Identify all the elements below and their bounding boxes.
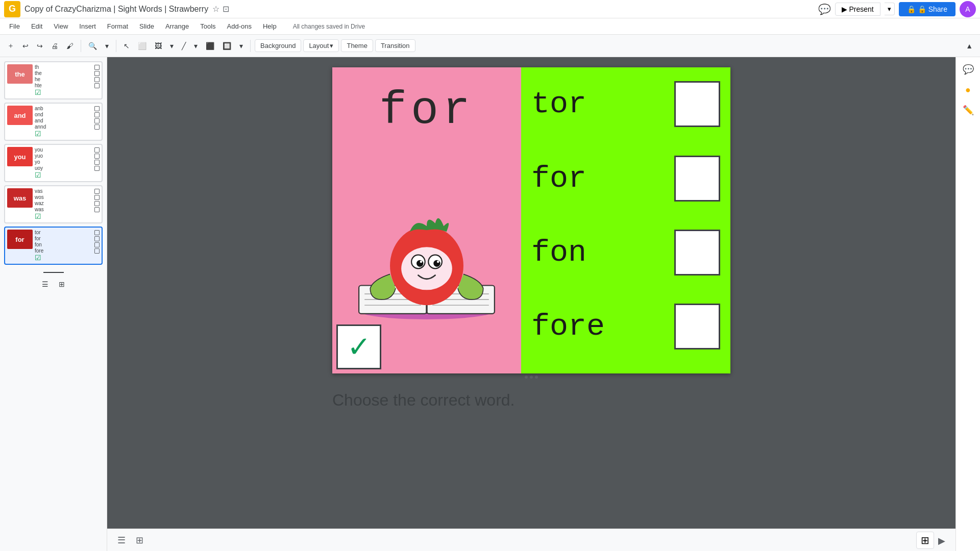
- answer-word-4: fore: [531, 309, 605, 344]
- thumb-options-4: vas wos waz was ☑: [35, 188, 100, 220]
- slide-canvas[interactable]: for: [332, 67, 730, 373]
- layout-dropdown-icon: ▾: [330, 42, 333, 49]
- menu-insert[interactable]: Insert: [74, 20, 101, 32]
- menu-tools[interactable]: Tools: [195, 20, 220, 32]
- svg-point-23: [437, 261, 439, 263]
- star-icon[interactable]: ☆: [212, 4, 219, 14]
- comment-button[interactable]: 💬: [818, 3, 831, 15]
- list-view-btn[interactable]: ☰: [115, 533, 128, 548]
- slide-panel-divider: [43, 272, 64, 273]
- slide-panel: 1 the th the he hte ☑ 2 and: [0, 57, 107, 551]
- text-box-button[interactable]: ⬛: [203, 40, 217, 52]
- view-toggle: ☰ ⊞: [4, 278, 103, 290]
- answer-checkbox-4[interactable]: [674, 304, 720, 349]
- undo-button[interactable]: ↩: [19, 40, 32, 52]
- add-to-present-button[interactable]: ⊞: [916, 532, 934, 549]
- edit-panel-button[interactable]: ✏️: [960, 102, 976, 118]
- comments-panel-button[interactable]: 💬: [960, 61, 976, 78]
- title-icons: ☆ ⊡: [212, 4, 229, 14]
- answer-checkbox-1[interactable]: [674, 81, 720, 127]
- menu-arrange[interactable]: Arrange: [160, 20, 194, 32]
- thumb-word-4: was: [7, 188, 33, 208]
- list-view-button[interactable]: ☰: [39, 278, 52, 290]
- answer-checkbox-2[interactable]: [674, 156, 720, 202]
- avatar[interactable]: A: [960, 1, 976, 17]
- paint-format-button[interactable]: 🖌: [63, 40, 77, 52]
- thumb-word-5: for: [7, 230, 33, 249]
- answer-checkbox-3[interactable]: [674, 230, 720, 276]
- embed-button[interactable]: 🔲: [219, 40, 234, 52]
- present-button[interactable]: ▶ Present: [835, 3, 880, 16]
- transition-button[interactable]: Transition: [375, 39, 415, 52]
- answer-word-3: fon: [531, 235, 586, 270]
- select-tool[interactable]: ↖: [120, 40, 133, 52]
- answer-row-2: for: [521, 141, 730, 215]
- next-slide-button[interactable]: ▶: [936, 533, 947, 548]
- thumb-checkmark-1: ☑: [35, 88, 100, 96]
- new-slide-button[interactable]: ＋: [4, 39, 17, 53]
- slide-thumb-4[interactable]: 4 was vas wos waz was ☑: [4, 185, 103, 223]
- app-icon-letter: G: [9, 4, 16, 14]
- drive-icon[interactable]: ⊡: [223, 4, 229, 14]
- collapse-toolbar-button[interactable]: ▲: [963, 40, 976, 52]
- slide-position-indicator: [525, 373, 538, 381]
- answer-row-1: tor: [521, 67, 730, 141]
- select-rect-tool[interactable]: ⬜: [135, 40, 150, 52]
- lock-icon: 🔒: [907, 5, 916, 13]
- menu-help[interactable]: Help: [258, 20, 282, 32]
- grid-view-button[interactable]: ⊞: [56, 278, 68, 290]
- yellow-panel-button[interactable]: ●: [960, 82, 976, 98]
- present-dropdown-button[interactable]: ▾: [885, 3, 895, 15]
- thumb-word-3: you: [7, 147, 33, 166]
- layout-button[interactable]: Layout ▾: [303, 39, 339, 52]
- zoom-dropdown[interactable]: ▾: [102, 40, 112, 52]
- slide-thumb-2[interactable]: 2 and anb ond and annd ☑: [4, 103, 103, 141]
- document-title: Copy of CrazyCharizma | Sight Words | St…: [24, 5, 208, 14]
- share-button[interactable]: 🔒 🔒 Share: [899, 2, 955, 16]
- answer-row-4: fore: [521, 289, 730, 363]
- bottom-navigation: ☰ ⊞ ⊞ ▶: [107, 529, 955, 551]
- canvas-area: for: [107, 57, 955, 551]
- menu-file[interactable]: File: [4, 20, 25, 32]
- menu-format[interactable]: Format: [102, 20, 133, 32]
- menu-view[interactable]: View: [48, 20, 73, 32]
- menu-edit[interactable]: Edit: [26, 20, 47, 32]
- grid-view-btn[interactable]: ⊞: [134, 533, 145, 548]
- caption-area: Choose the correct word.: [332, 381, 730, 420]
- image-tool[interactable]: 🖼: [152, 40, 165, 52]
- svg-point-20: [416, 260, 423, 267]
- theme-button[interactable]: Theme: [341, 39, 373, 52]
- thumb-options-1: th the he hte ☑: [35, 64, 100, 96]
- toolbar: ＋ ↩ ↪ 🖨 🖌 🔍 ▾ ↖ ⬜ 🖼 ▾ ╱ ▾ ⬛ 🔲 ▾ Backgrou…: [0, 35, 980, 57]
- slide-thumb-1[interactable]: 1 the th the he hte ☑: [4, 61, 103, 99]
- slide-right-panel: tor for fon fore: [521, 67, 730, 373]
- thumb-word-1: the: [7, 64, 33, 84]
- thumb-options-5: tor for fon fore ☑: [35, 230, 100, 262]
- separator: [250, 40, 251, 52]
- present-icon: ▶: [842, 5, 847, 13]
- thumb-options-3: you yuo yo uoy ☑: [35, 147, 100, 179]
- checkmark-symbol: ✓: [347, 333, 371, 361]
- separator: [81, 40, 81, 52]
- embed-dropdown[interactable]: ▾: [236, 40, 246, 52]
- bottom-right-actions: ⊞ ▶: [916, 532, 947, 549]
- top-right-actions: 💬 ▶ Present ▾ 🔒 🔒 Share A: [818, 1, 976, 17]
- toolbar-right: ▲: [963, 40, 976, 52]
- menu-addons[interactable]: Add-ons: [222, 20, 257, 32]
- target-word-banner: for: [332, 67, 521, 154]
- zoom-out-button[interactable]: 🔍: [85, 40, 100, 52]
- menu-slide[interactable]: Slide: [134, 20, 159, 32]
- answer-row-3: fon: [521, 215, 730, 289]
- app-icon: G: [4, 1, 20, 17]
- slide-thumb-3[interactable]: 3 you you yuo yo uoy ☑: [4, 144, 103, 182]
- line-dropdown[interactable]: ▾: [191, 40, 201, 52]
- character-svg: [337, 167, 516, 325]
- answer-word-2: for: [531, 161, 586, 196]
- slide-thumb-5[interactable]: 5 for tor for fon fore ☑: [4, 227, 103, 265]
- print-button[interactable]: 🖨: [48, 40, 61, 52]
- line-tool[interactable]: ╱: [179, 40, 189, 52]
- redo-button[interactable]: ↪: [34, 40, 46, 52]
- shapes-dropdown[interactable]: ▾: [167, 40, 177, 52]
- answer-word-1: tor: [531, 87, 586, 121]
- background-button[interactable]: Background: [255, 39, 301, 52]
